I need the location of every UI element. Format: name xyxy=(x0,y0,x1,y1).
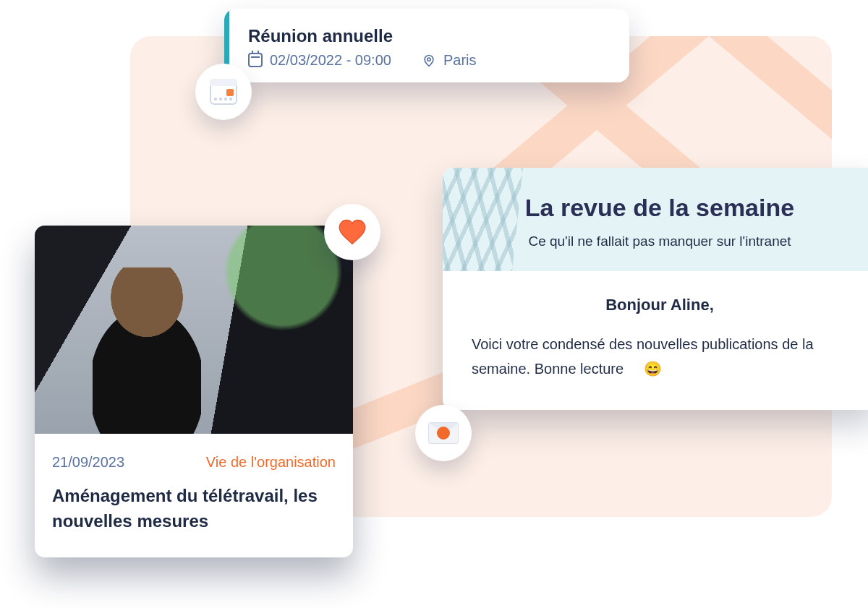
article-category[interactable]: Vie de l'organisation xyxy=(206,454,336,471)
event-datetime: 02/03/2022 - 09:00 xyxy=(270,52,391,69)
heart-icon xyxy=(339,219,366,245)
calendar-badge xyxy=(195,64,252,120)
svg-point-0 xyxy=(427,58,430,61)
like-badge[interactable] xyxy=(324,204,380,260)
calendar-icon xyxy=(248,53,263,67)
envelope-icon xyxy=(428,422,459,444)
newsletter-body: Voici votre condensé des nouvelles publi… xyxy=(472,332,848,381)
envelope-seal-icon xyxy=(437,427,450,440)
newsletter-greeting: Bonjour Aline, xyxy=(472,296,848,314)
article-card[interactable]: 21/09/2023 Vie de l'organisation Aménage… xyxy=(35,226,353,557)
smile-emoji-icon: 😄 xyxy=(644,361,662,377)
newsletter-body-text: Voici votre condensé des nouvelles publi… xyxy=(472,336,814,377)
mail-badge xyxy=(415,405,472,461)
newsletter-title: La revue de la semaine xyxy=(472,194,848,222)
newsletter-hero: La revue de la semaine Ce qu'il ne falla… xyxy=(443,168,868,271)
event-card[interactable]: Réunion annuelle 02/03/2022 - 09:00 Pari… xyxy=(224,9,629,82)
newsletter-subtitle: Ce qu'il ne fallait pas manquer sur l'in… xyxy=(472,234,848,249)
article-image xyxy=(35,226,353,434)
article-title: Aménagement du télétravail, les nouvelle… xyxy=(35,476,353,557)
article-date: 21/09/2023 xyxy=(52,454,124,471)
event-location: Paris xyxy=(443,52,477,69)
event-title: Réunion annuelle xyxy=(248,26,477,46)
calendar-icon xyxy=(210,79,237,105)
location-pin-icon xyxy=(422,53,436,67)
event-meta: 02/03/2022 - 09:00 Paris xyxy=(248,52,477,69)
newsletter-card[interactable]: La revue de la semaine Ce qu'il ne falla… xyxy=(443,168,868,410)
